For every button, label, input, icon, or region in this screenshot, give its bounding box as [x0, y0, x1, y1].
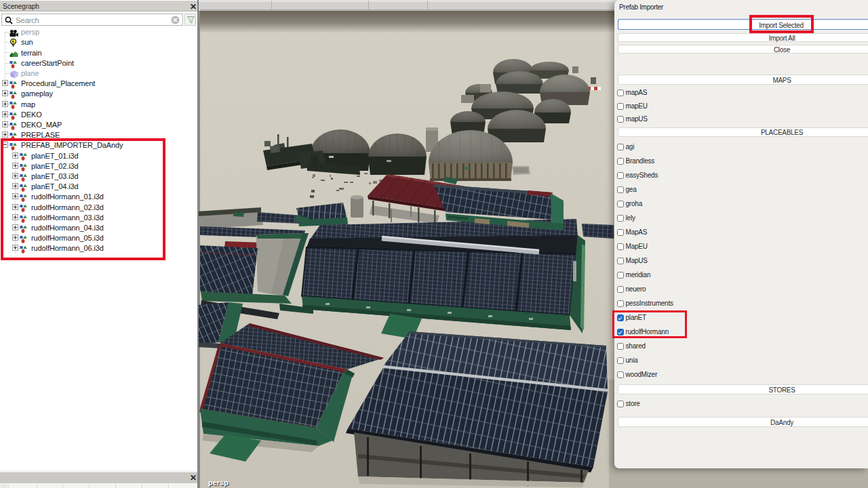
svg-text:persp: persp [208, 479, 229, 487]
